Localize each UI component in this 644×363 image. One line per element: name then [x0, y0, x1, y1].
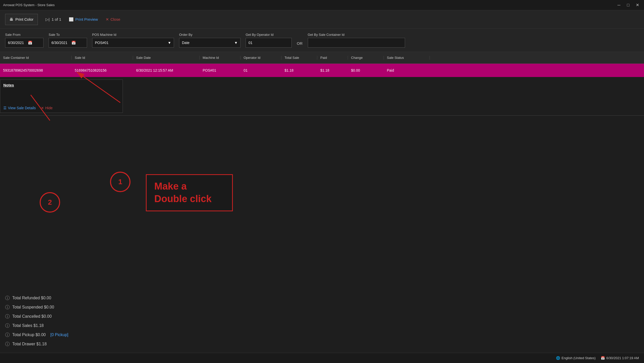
table-row[interactable]: 59318789624570002698 5169847510820156 6/… — [0, 64, 644, 77]
hide-button[interactable]: ✕ Hide — [41, 106, 53, 110]
print-color-label: Print Color — [15, 17, 34, 21]
language-status: 🌐 English (United States) — [556, 356, 596, 360]
hide-icon: ✕ — [41, 106, 44, 110]
cell-sale-date: 6/30/2021 12:15:57 AM — [133, 68, 200, 72]
order-by-chevron-icon: ▼ — [234, 41, 238, 45]
total-cancelled-item: ⓘ Total Cancelled $0.00 — [5, 313, 68, 320]
annotation-circle-1: 1 — [110, 172, 130, 192]
double-click-instruction: Make aDouble click — [146, 174, 233, 211]
summary-section: ⓘ Total Refunded $0.00 ⓘ Total Suspended… — [5, 295, 68, 350]
pos-machine-select[interactable]: POS#01 ▼ — [92, 38, 174, 48]
close-button[interactable]: ✕ Close — [106, 17, 120, 22]
total-pickup-item: ⓘ Total Pickup $0.00 [0 Pickup] — [5, 332, 68, 338]
print-color-button[interactable]: 🖶 Print Color — [5, 14, 38, 25]
header-total-sale: Total Sale — [281, 56, 317, 60]
sale-from-input[interactable]: 6/30/2021 📅 — [5, 38, 43, 48]
header-machine-id: Machine Id — [200, 56, 241, 60]
info-icon-5: ⓘ — [5, 332, 10, 338]
view-sale-details-label: View Sale Details — [8, 106, 36, 110]
calendar-icon: 📅 — [28, 41, 32, 45]
order-by-select[interactable]: Date ▼ — [179, 38, 241, 48]
sale-to-group: Sale To 6/30/2021 📅 — [49, 33, 87, 48]
header-sale-container-id: Sale Container Id — [0, 56, 72, 60]
close-label: Close — [111, 17, 120, 21]
order-by-value: Date — [182, 41, 190, 45]
dropdown-chevron-icon: ▼ — [168, 41, 171, 45]
cell-operator-id: 01 — [241, 68, 281, 72]
pos-machine-label: POS Machine Id — [92, 33, 174, 37]
notes-title: Notes — [3, 83, 119, 87]
info-icon-2: ⓘ — [5, 304, 10, 310]
sale-to-value: 6/30/2021 — [51, 41, 67, 45]
page-navigation: ▷| 1 of 1 — [46, 17, 61, 22]
header-operator-id: Operator Id — [241, 56, 281, 60]
cell-sale-id: 5169847510820156 — [72, 68, 133, 72]
total-cancelled-label: Total Cancelled $0.00 — [12, 314, 52, 319]
total-pickup-label: Total Pickup $0.00 — [12, 333, 46, 337]
cell-change: $0.00 — [348, 68, 384, 72]
or-label: OR — [297, 41, 303, 48]
language-label: English (United States) — [562, 356, 596, 360]
operator-id-input[interactable] — [246, 38, 292, 48]
nav-play-icon: ▷| — [46, 17, 50, 22]
page-counter: 1 of 1 — [52, 17, 61, 21]
cell-sale-status: Paid — [384, 68, 430, 72]
total-refunded-label: Total Refunded $0.00 — [12, 296, 51, 300]
header-sale-status: Sale Status — [384, 56, 430, 60]
window-close-button[interactable]: ✕ — [634, 2, 641, 9]
notes-actions: ☰ View Sale Details ✕ Hide — [3, 106, 52, 110]
header-paid: Paid — [317, 56, 348, 60]
filter-bar: Sale From 6/30/2021 📅 Sale To 6/30/2021 … — [0, 29, 644, 52]
sale-container-label: Get By Sale Container Id — [308, 33, 405, 37]
pickup-link[interactable]: [0 Pickup] — [50, 333, 68, 337]
datetime-status: 📅 6/30/2021 1:07:19 AM — [601, 356, 639, 360]
language-icon: 🌐 — [556, 356, 560, 360]
header-change: Change — [348, 56, 384, 60]
sale-container-input[interactable] — [308, 38, 405, 48]
total-sales-item: ⓘ Total Sales $1.18 — [5, 323, 68, 329]
hide-label: Hide — [45, 106, 53, 110]
operator-id-label: Get By Operator Id — [246, 33, 292, 37]
order-by-group: Order By Date ▼ — [179, 33, 241, 48]
print-preview-button[interactable]: ⬜ Print Preview — [69, 17, 98, 22]
double-click-text: Make aDouble click — [154, 180, 224, 205]
total-suspended-label: Total Suspended $0.00 — [12, 305, 54, 310]
calendar-icon-2: 📅 — [71, 41, 76, 45]
view-sale-details-button[interactable]: ☰ View Sale Details — [3, 106, 36, 110]
notes-panel: Notes ☰ View Sale Details ✕ Hide — [0, 80, 123, 113]
header-sale-date: Sale Date — [133, 56, 200, 60]
title-bar: Arrowat POS System - Store Sales ─ □ ✕ — [0, 0, 644, 10]
sale-from-value: 6/30/2021 — [8, 41, 24, 45]
datetime-label: 6/30/2021 1:07:19 AM — [606, 356, 639, 360]
sale-to-label: Sale To — [49, 33, 87, 37]
minimize-button[interactable]: ─ — [615, 2, 623, 9]
pos-machine-value: POS#01 — [95, 41, 108, 45]
calendar-status-icon: 📅 — [601, 356, 605, 360]
sale-container-group: Get By Sale Container Id — [308, 33, 405, 48]
print-icon: 🖶 — [9, 17, 13, 21]
total-sales-label: Total Sales $1.18 — [12, 323, 44, 328]
operator-id-group: Get By Operator Id — [246, 33, 292, 48]
info-icon-1: ⓘ — [5, 295, 10, 301]
maximize-button[interactable]: □ — [625, 2, 632, 9]
info-icon-3: ⓘ — [5, 313, 10, 320]
sale-from-group: Sale From 6/30/2021 📅 — [5, 33, 43, 48]
total-drawer-item: ⓘ Total Drawer $1.18 — [5, 341, 68, 347]
total-refunded-item: ⓘ Total Refunded $0.00 — [5, 295, 68, 301]
print-preview-icon: ⬜ — [69, 17, 74, 22]
app-title: Arrowat POS System - Store Sales — [3, 3, 55, 7]
info-icon-6: ⓘ — [5, 341, 10, 347]
table-header: Sale Container Id Sale Id Sale Date Mach… — [0, 52, 644, 64]
sale-from-label: Sale From — [5, 33, 43, 37]
list-icon: ☰ — [3, 106, 7, 110]
header-sale-id: Sale Id — [72, 56, 133, 60]
cell-machine-id: POS#01 — [200, 68, 241, 72]
cell-total-sale: $1.18 — [281, 68, 317, 72]
toolbar: 🖶 Print Color ▷| 1 of 1 ⬜ Print Preview … — [0, 10, 644, 29]
status-bar: 🌐 English (United States) 📅 6/30/2021 1:… — [0, 353, 644, 363]
total-suspended-item: ⓘ Total Suspended $0.00 — [5, 304, 68, 310]
close-icon: ✕ — [106, 17, 109, 22]
print-preview-label: Print Preview — [75, 17, 98, 21]
sale-to-input[interactable]: 6/30/2021 📅 — [49, 38, 87, 48]
cell-sale-container-id: 59318789624570002698 — [0, 68, 72, 72]
